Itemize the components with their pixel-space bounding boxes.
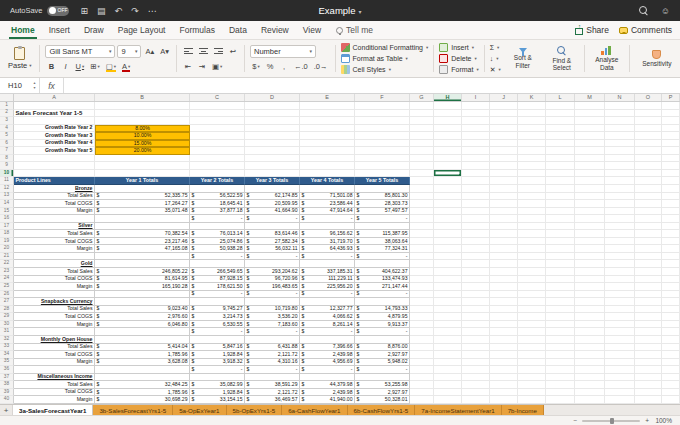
cell-J10[interactable] — [490, 170, 518, 178]
autosum-button[interactable]: Σ ▾ — [490, 42, 501, 52]
cell-G9[interactable] — [410, 162, 434, 170]
cell-D37[interactable] — [245, 374, 300, 382]
cell-H22[interactable] — [434, 260, 462, 268]
sort-filter-button[interactable]: Sort & Filter — [506, 42, 540, 75]
cell-P40[interactable] — [662, 396, 680, 404]
cell-H23[interactable] — [434, 268, 462, 276]
font-size-select[interactable]: 9▾ — [117, 45, 141, 58]
cell-F18[interactable]: $115,387.95 — [355, 230, 410, 238]
cell-K3[interactable] — [518, 117, 546, 125]
cell-G24[interactable] — [410, 276, 434, 284]
cell-O30[interactable] — [635, 321, 662, 329]
cell-A26[interactable] — [14, 291, 95, 299]
cell-L28[interactable] — [546, 306, 575, 314]
cell-D5[interactable] — [245, 132, 300, 140]
cell-C8[interactable] — [190, 155, 245, 163]
cell-N26[interactable] — [605, 291, 635, 299]
cell-K25[interactable] — [518, 283, 546, 291]
tab-formulas[interactable]: Formulas — [172, 21, 221, 39]
cell-J35[interactable] — [490, 359, 518, 367]
cell-K10[interactable] — [518, 170, 546, 178]
cell-H13[interactable] — [434, 193, 462, 201]
cell-O32[interactable] — [635, 336, 662, 344]
cell-M38[interactable] — [575, 381, 605, 389]
cell-I6[interactable] — [462, 140, 490, 148]
cell-P34[interactable] — [662, 351, 680, 359]
cell-H35[interactable] — [434, 359, 462, 367]
autosave-toggle[interactable]: AutoSave OFF — [10, 6, 69, 16]
cell-F19[interactable]: $38,063.64 — [355, 238, 410, 246]
zoom-in-button[interactable]: + — [645, 417, 649, 424]
tab-review[interactable]: Review — [254, 21, 296, 39]
cell-O39[interactable] — [635, 389, 662, 397]
delete-cells-button[interactable]: Delete ▾ — [439, 53, 478, 63]
cell-E11[interactable]: Year 4 Totals — [300, 177, 355, 185]
share-button[interactable]: Share — [575, 25, 609, 35]
cell-L32[interactable] — [546, 336, 575, 344]
fill-button[interactable]: ↓ ▾ — [490, 53, 501, 63]
sheet-tab-5a-OpExYear1[interactable]: 5a-OpExYear1 — [173, 405, 226, 415]
cell-J40[interactable] — [490, 396, 518, 404]
comments-button[interactable]: Comments — [619, 25, 672, 35]
save-icon[interactable]: ▤ — [97, 6, 106, 16]
cell-J5[interactable] — [490, 132, 518, 140]
cell-G35[interactable] — [410, 359, 434, 367]
cell-E7[interactable] — [300, 147, 355, 155]
cell-I14[interactable] — [462, 200, 490, 208]
name-box-stepper[interactable]: ▴ ▾ — [30, 78, 40, 93]
cell-H6[interactable] — [434, 140, 462, 148]
cell-O26[interactable] — [635, 291, 662, 299]
cell-F22[interactable] — [355, 260, 410, 268]
cell-N33[interactable] — [605, 344, 635, 352]
cell-K19[interactable] — [518, 238, 546, 246]
cell-B5[interactable]: 10.00% — [95, 132, 190, 140]
cell-D19[interactable]: $27,582.34 — [245, 238, 300, 246]
cell-C29[interactable]: $3,214.73 — [190, 313, 245, 321]
cell-P14[interactable] — [662, 200, 680, 208]
row-header-8[interactable]: 8 — [0, 155, 14, 163]
cell-G40[interactable] — [410, 396, 434, 404]
cell-O37[interactable] — [635, 374, 662, 382]
cell-L17[interactable] — [546, 223, 575, 231]
cell-J33[interactable] — [490, 344, 518, 352]
cell-J27[interactable] — [490, 298, 518, 306]
cell-O11[interactable] — [635, 177, 662, 185]
cell-O3[interactable] — [635, 117, 662, 125]
cell-E16[interactable]: $- — [300, 215, 355, 223]
cell-A9[interactable] — [14, 162, 95, 170]
name-box[interactable]: H10 — [0, 78, 30, 93]
cell-G17[interactable] — [410, 223, 434, 231]
cell-N19[interactable] — [605, 238, 635, 246]
cell-I40[interactable] — [462, 396, 490, 404]
cell-N20[interactable] — [605, 245, 635, 253]
cell-K27[interactable] — [518, 298, 546, 306]
cell-P27[interactable] — [662, 298, 680, 306]
cell-F30[interactable]: $9,913.37 — [355, 321, 410, 329]
tab-home[interactable]: Home — [4, 21, 42, 39]
cell-D22[interactable] — [245, 260, 300, 268]
undo-icon[interactable]: ↶ — [115, 6, 123, 16]
cell-G38[interactable] — [410, 381, 434, 389]
cell-K11[interactable] — [518, 177, 546, 185]
cell-N37[interactable] — [605, 374, 635, 382]
cell-B23[interactable]: $246,805.22 — [95, 268, 190, 276]
cell-J16[interactable] — [490, 215, 518, 223]
row-header-20[interactable]: 20 — [0, 245, 14, 253]
cell-O16[interactable] — [635, 215, 662, 223]
cell-F28[interactable]: $14,793.33 — [355, 306, 410, 314]
cell-G31[interactable] — [410, 328, 434, 336]
cell-D15[interactable]: $41,664.90 — [245, 208, 300, 216]
cell-L11[interactable] — [546, 177, 575, 185]
cell-A25[interactable]: Margin — [14, 283, 95, 291]
cell-F12[interactable] — [355, 185, 410, 193]
cell-E40[interactable]: $41,940.00 — [300, 396, 355, 404]
cell-O40[interactable] — [635, 396, 662, 404]
cell-B28[interactable]: $9,023.40 — [95, 306, 190, 314]
cell-D20[interactable]: $56,032.11 — [245, 245, 300, 253]
cell-A11[interactable]: Product Lines — [14, 177, 95, 185]
cell-A29[interactable]: Total COGS — [14, 313, 95, 321]
cell-D14[interactable]: $20,509.95 — [245, 200, 300, 208]
cell-H18[interactable] — [434, 230, 462, 238]
merge-center-button[interactable]: ▣▾ — [210, 60, 224, 73]
cell-H5[interactable] — [434, 132, 462, 140]
